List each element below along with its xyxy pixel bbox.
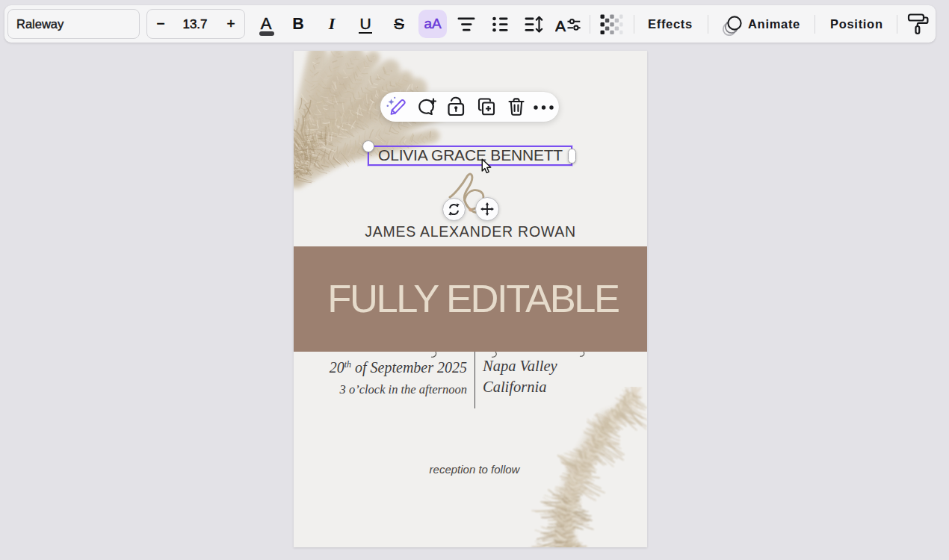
- svg-text:A: A: [555, 17, 566, 34]
